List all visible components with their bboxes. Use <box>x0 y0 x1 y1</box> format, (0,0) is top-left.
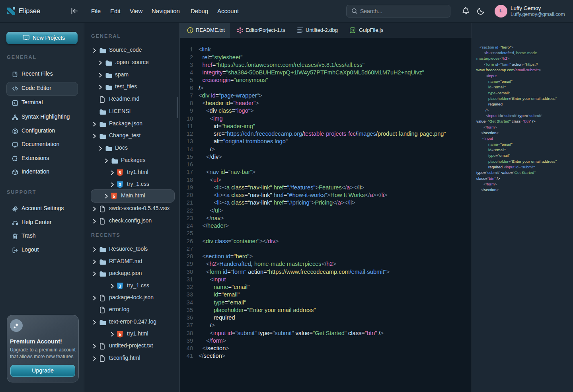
svg-text:5: 5 <box>119 332 121 336</box>
svg-text:5: 5 <box>119 170 121 175</box>
svg-text:JS: JS <box>351 29 355 32</box>
svg-text:3: 3 <box>119 283 121 288</box>
svg-text:5: 5 <box>113 193 115 198</box>
svg-text:3: 3 <box>119 182 121 187</box>
